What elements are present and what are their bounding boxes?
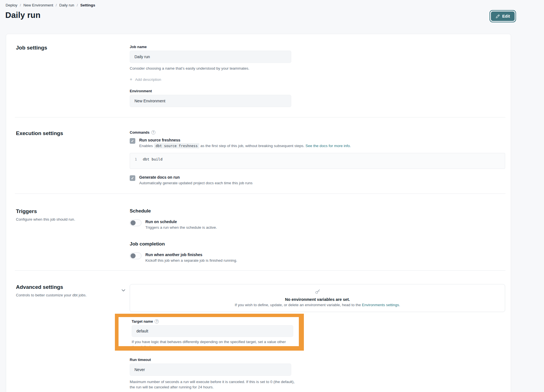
breadcrumb: Deploy / New Environment / Daily run / S… [6, 3, 95, 7]
run-timeout-field: Never [130, 363, 291, 376]
target-name-label: Target name [132, 319, 153, 323]
run-when-job-finishes-label: Run when another job finishes [145, 252, 237, 257]
check-icon: ✓ [131, 139, 134, 143]
env-vars-desc: If you wish to define, update, or delete… [136, 303, 499, 307]
page-title: Daily run [5, 11, 41, 20]
run-timeout-label: Run timeout [130, 358, 505, 362]
environments-settings-link[interactable]: Environments settings [362, 303, 399, 307]
editor-code: dbt build [143, 157, 162, 161]
generate-docs-desc: Automatically generate updated project d… [139, 180, 252, 186]
editor-line-number: 1 [135, 157, 137, 161]
edit-button[interactable]: Edit [491, 11, 515, 21]
job-settings-section: Job settings Job name Daily run Consider… [6, 34, 511, 117]
breadcrumb-environment[interactable]: New Environment [23, 3, 53, 7]
edit-button-focus-ring: Edit [489, 10, 516, 22]
environment-field: New Environment [130, 95, 291, 107]
run-on-schedule-label: Run on schedule [145, 219, 217, 224]
docs-link[interactable]: See the docs for more info. [306, 144, 351, 148]
run-when-job-finishes-toggle[interactable] [130, 252, 141, 259]
add-description-button[interactable]: + Add description [130, 77, 505, 82]
breadcrumb-job[interactable]: Daily run [59, 3, 74, 7]
toggle-knob [131, 253, 136, 258]
job-name-field: Daily run [130, 51, 291, 63]
job-settings-heading: Job settings [16, 45, 130, 51]
target-name-field: default [132, 325, 293, 337]
edit-button-label: Edit [502, 14, 510, 18]
advanced-settings-section: Advanced settings Controls to better cus… [6, 271, 511, 390]
chevron-down-icon[interactable] [121, 288, 126, 294]
triggers-section: Triggers Configure when this job should … [6, 194, 511, 270]
breadcrumb-separator: / [56, 3, 57, 7]
schedule-heading: Schedule [130, 208, 505, 214]
job-name-value: Daily run [134, 55, 150, 59]
commands-label-row: Commands ? [130, 130, 505, 134]
run-source-freshness-checkbox[interactable]: ✓ [130, 138, 135, 144]
job-name-help: Consider choosing a name that's easily u… [130, 66, 505, 71]
run-timeout-group: Run timeout Never Maximum number of seco… [130, 358, 505, 390]
breadcrumb-settings: Settings [80, 3, 95, 7]
breadcrumb-separator: / [77, 3, 78, 7]
run-timeout-help: Maximum number of seconds a run will exe… [130, 379, 297, 390]
settings-card: Job settings Job name Daily run Consider… [6, 34, 511, 392]
desc-text: Enables [139, 144, 153, 148]
commands-label: Commands [130, 130, 150, 134]
execution-settings-section: Execution settings Commands ? ✓ Run sour… [6, 117, 511, 193]
commands-code-editor: 1 dbt build [130, 153, 505, 169]
advanced-settings-subtitle: Controls to better customize your dbt jo… [16, 292, 87, 298]
job-name-label: Job name [130, 45, 505, 49]
help-icon[interactable]: ? [151, 130, 155, 134]
generate-docs-row: ✓ Generate docs on run Automatically gen… [130, 175, 505, 186]
toggle-knob [131, 220, 136, 225]
run-timeout-value: Never [134, 367, 145, 372]
desc-text: as the first step of this job, without b… [200, 144, 304, 148]
advanced-settings-heading: Advanced settings [16, 284, 87, 290]
breadcrumb-deploy[interactable]: Deploy [6, 3, 17, 7]
triggers-heading: Triggers [16, 208, 130, 214]
desc-text: . [399, 303, 400, 307]
environment-value: New Environment [134, 99, 165, 103]
pencil-icon [496, 14, 500, 18]
run-source-freshness-desc: Enables dbt source freshness as the firs… [139, 143, 351, 148]
env-vars-title: No environment variables are set. [136, 297, 499, 302]
plus-icon: + [130, 77, 132, 82]
target-name-group: Target name ? default If you have logic … [119, 317, 299, 346]
key-icon [314, 291, 321, 296]
job-completion-heading: Job completion [130, 241, 505, 247]
run-on-schedule-row: Run on schedule Triggers a run when the … [130, 219, 505, 230]
help-icon[interactable]: ? [155, 319, 159, 323]
run-on-schedule-desc: Triggers a run when the schedule is acti… [145, 225, 217, 230]
check-icon: ✓ [131, 176, 134, 180]
generate-docs-label: Generate docs on run [139, 175, 252, 180]
target-name-help: If you have logic that behaves different… [132, 339, 293, 346]
environment-label: Environment [130, 89, 505, 93]
triggers-subtitle: Configure when this job should run. [16, 217, 108, 222]
breadcrumb-separator: / [20, 3, 21, 7]
target-name-label-row: Target name ? [132, 319, 293, 323]
add-description-label: Add description [135, 77, 161, 82]
desc-text: If you wish to define, update, or delete… [235, 303, 361, 307]
run-on-schedule-toggle[interactable] [130, 219, 141, 226]
target-name-value: default [136, 329, 148, 333]
run-source-freshness-row: ✓ Run source freshness Enables dbt sourc… [130, 138, 505, 148]
environment-variables-empty-state: No environment variables are set. If you… [130, 284, 505, 312]
generate-docs-checkbox[interactable]: ✓ [130, 175, 135, 181]
run-when-job-finishes-desc: Kickoff this job when a separate job is … [145, 258, 237, 263]
target-name-highlight-box: Target name ? default If you have logic … [115, 314, 304, 351]
run-source-freshness-label: Run source freshness [139, 138, 351, 142]
execution-settings-heading: Execution settings [16, 130, 130, 136]
code-chip: dbt source freshness [154, 143, 200, 148]
run-when-job-finishes-row: Run when another job finishes Kickoff th… [130, 252, 505, 263]
